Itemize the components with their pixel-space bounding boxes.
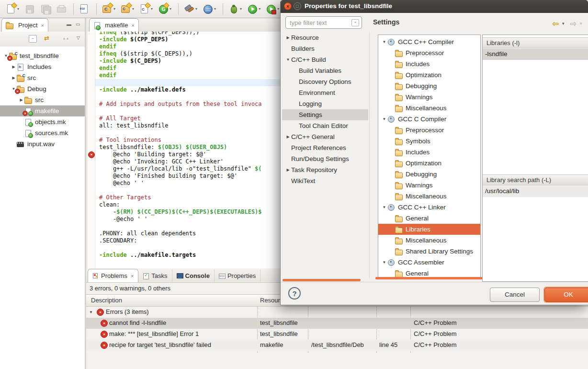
tree-item-wikitext[interactable]: WikiText <box>282 175 368 186</box>
dropdown-arrow-icon[interactable]: ▾ <box>113 7 115 11</box>
new-wizard-button[interactable]: ▾ <box>4 2 21 16</box>
collapse-all-icon[interactable]: − <box>29 35 37 43</box>
tree-item-general[interactable]: General <box>378 268 480 278</box>
view-menu-icon[interactable]: ▽ <box>77 35 80 40</box>
tree-item-c-c-general[interactable]: ▶C/C++ General <box>282 131 368 142</box>
chevron-expanded-icon[interactable]: ▼ <box>381 117 387 121</box>
tree-item-includes[interactable]: Includes <box>378 147 480 158</box>
browser-button[interactable]: ▾ <box>201 2 218 16</box>
tab-problems[interactable]: Problems× <box>88 269 138 282</box>
tree-item-task-repository[interactable]: ▶Task Repository <box>282 164 368 175</box>
sash-divider[interactable] <box>369 32 370 278</box>
tree-item-discovery-options[interactable]: Discovery Options <box>282 76 368 87</box>
tree-item-environment[interactable]: Environment <box>282 87 368 98</box>
problems-group-row[interactable]: ▼×Errors (3 items) <box>86 307 588 318</box>
tree-item-includes[interactable]: ▶Includes <box>0 61 85 72</box>
chevron-collapsed-icon[interactable]: ▶ <box>285 135 291 139</box>
new-c-file-button[interactable]: C▾ <box>137 2 155 16</box>
chevron-collapsed-icon[interactable]: ▶ <box>11 76 17 80</box>
tree-item-sources-mk[interactable]: sources.mk <box>0 127 85 138</box>
tree-item-libraries[interactable]: Libraries <box>378 224 480 235</box>
tree-item-src[interactable]: ▶src <box>0 94 85 105</box>
error-marker-icon[interactable]: × <box>88 151 95 158</box>
tree-item-builders[interactable]: Builders <box>282 43 368 54</box>
tab-tasks[interactable]: Tasks <box>138 269 172 282</box>
tree-item-settings[interactable]: Settings <box>282 109 368 120</box>
tree-item-gcc-c-compiler[interactable]: ▼GCC C++ Compiler <box>378 36 480 47</box>
tree-item-general[interactable]: General <box>378 213 480 224</box>
tree-item-build-variables[interactable]: Build Variables <box>282 65 368 76</box>
link-with-editor-icon[interactable]: ⇄ <box>44 35 49 42</box>
problems-row[interactable]: ×recipe for target 'test_libsndfile' fai… <box>86 340 588 351</box>
dropdown-arrow-icon[interactable]: ▾ <box>170 7 171 11</box>
dropdown-arrow-icon[interactable]: ▾ <box>214 7 216 11</box>
window-close-icon[interactable]: × <box>284 2 292 10</box>
cancel-button[interactable]: Cancel <box>490 288 540 302</box>
tree-item-objects-mk[interactable]: objects.mk <box>0 116 85 127</box>
run-button[interactable]: ▾ <box>245 2 262 16</box>
tree-item-debug[interactable]: ▼×Debug <box>0 83 85 94</box>
tree-item-resource[interactable]: ▶Resource <box>282 32 368 43</box>
dropdown-arrow-icon[interactable]: ▾ <box>17 7 19 11</box>
tree-item-optimization[interactable]: Optimization <box>378 158 480 169</box>
tree-item-shared-library-settings[interactable]: Shared Library Settings <box>378 246 480 257</box>
tree-item-src[interactable]: ▶Csrc <box>0 72 85 83</box>
new-c-class-button[interactable]: C▾ <box>119 2 136 16</box>
tree-item-optimization[interactable]: Optimization <box>378 69 480 81</box>
window-maximize-icon[interactable]: ▢ <box>294 2 301 10</box>
tab-properties[interactable]: Properties <box>215 269 260 282</box>
tree-item-gcc-assembler[interactable]: ▼GCC Assembler <box>378 257 480 268</box>
filter-input[interactable] <box>285 16 362 29</box>
tree-item-run-debug-settings[interactable]: Run/Debug Settings <box>282 153 368 164</box>
dropdown-arrow-icon[interactable]: ▾ <box>151 7 153 11</box>
h-scrollbar-thumb[interactable] <box>283 279 361 281</box>
tree-item-c-c-build[interactable]: ▼C/C++ Build <box>282 54 368 65</box>
dialog-titlebar[interactable]: × ▢ Properties for test_libsndfile <box>281 0 588 13</box>
tab-project[interactable]: Project × <box>1 18 48 32</box>
back-dropdown-icon[interactable]: ▾ <box>562 21 565 26</box>
tree-item-miscellaneous[interactable]: Miscellaneous <box>378 103 480 114</box>
tree-item-debugging[interactable]: Debugging <box>378 169 480 180</box>
dropdown-arrow-icon[interactable]: ▾ <box>259 7 260 11</box>
help-button[interactable]: ? <box>288 287 301 300</box>
chevron-expanded-icon[interactable]: ▼ <box>381 260 387 265</box>
search-path-entry[interactable]: /usr/local/lib <box>483 186 588 197</box>
tree-item-miscellaneous[interactable]: Miscellaneous <box>378 235 480 246</box>
tab-makefile[interactable]: makefile × <box>89 18 139 32</box>
dropdown-arrow-icon[interactable]: ▾ <box>195 7 197 11</box>
external-tools-button[interactable]: ▾ <box>264 2 281 16</box>
chevron-collapsed-icon[interactable]: ▶ <box>285 168 291 172</box>
maximize-icon[interactable]: ▭ <box>76 22 80 27</box>
close-icon[interactable]: × <box>131 273 134 279</box>
tree-item-logging[interactable]: Logging <box>282 98 368 109</box>
tree-item-warnings[interactable]: Warnings <box>378 180 480 191</box>
build-button[interactable]: ▾ <box>182 2 199 16</box>
tree-item-tool-chain-editor[interactable]: Tool Chain Editor <box>282 120 368 131</box>
tree-item-debugging[interactable]: Debugging <box>378 81 480 92</box>
minimize-icon[interactable]: ▬ <box>67 22 71 27</box>
dropdown-arrow-icon[interactable]: ▾ <box>277 7 279 11</box>
chevron-collapsed-icon[interactable]: ▶ <box>11 65 17 69</box>
debug-button[interactable]: ▾ <box>226 2 244 16</box>
chevron-expanded-icon[interactable]: ▼ <box>89 310 93 314</box>
chevron-expanded-icon[interactable]: ▼ <box>285 58 291 62</box>
filter-clear-icon[interactable]: × <box>351 19 359 26</box>
ok-button[interactable]: OK <box>544 288 588 302</box>
problems-row[interactable]: ×cannot find -l-lsndfiletest_libsndfileC… <box>86 318 588 329</box>
close-icon[interactable]: × <box>131 23 134 28</box>
new-c-project-button[interactable]: C▾ <box>100 2 117 16</box>
dropdown-arrow-icon[interactable]: ▾ <box>132 7 134 11</box>
chevron-expanded-icon[interactable]: ▼ <box>381 205 387 209</box>
tree-item-test-libsndfile[interactable]: ▼C×test_libsndfile <box>0 50 85 61</box>
tree-item-preprocessor[interactable]: Preprocessor <box>378 47 480 58</box>
tree-item-symbols[interactable]: Symbols <box>378 136 480 147</box>
chevron-collapsed-icon[interactable]: ▶ <box>18 98 24 102</box>
close-icon[interactable]: × <box>41 23 44 28</box>
tree-item-makefile[interactable]: ×makefile <box>0 105 85 116</box>
tab-console[interactable]: Console <box>172 269 215 282</box>
tree-item-warnings[interactable]: Warnings <box>378 92 480 103</box>
tree-item-miscellaneous[interactable]: Miscellaneous <box>378 191 480 202</box>
dropdown-arrow-icon[interactable]: ▾ <box>240 7 242 11</box>
tree-item-preprocessor[interactable]: Preprocessor <box>378 125 480 136</box>
tree-item-input-wav[interactable]: input.wav <box>0 138 85 150</box>
